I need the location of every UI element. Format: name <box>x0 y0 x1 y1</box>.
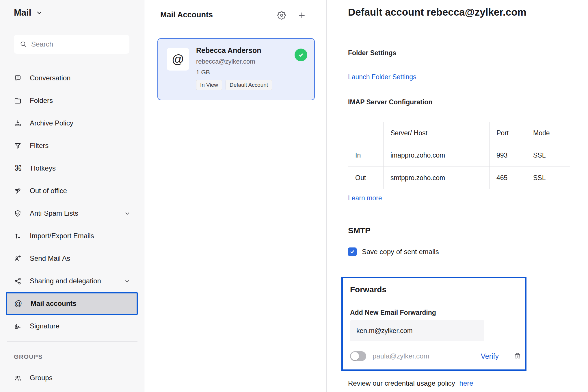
mail-app-title: Mail <box>14 8 31 18</box>
sidebar-item-mail-accounts[interactable]: @ Mail accounts <box>6 292 138 315</box>
sidebar-item-label: Sharing and delegation <box>30 277 101 285</box>
save-copy-row: Save copy of sent emails <box>348 247 439 256</box>
shield-check-icon <box>14 210 22 217</box>
sidebar-item-send-mail-as[interactable]: Send Mail As <box>6 247 138 270</box>
account-avatar: @ <box>167 48 189 71</box>
cell-host: imappro.zoho.com <box>384 144 490 167</box>
arrows-up-down-icon <box>14 232 22 240</box>
folder-settings-heading: Folder Settings <box>348 49 396 57</box>
launch-folder-settings-link[interactable]: Launch Folder Settings <box>348 73 416 81</box>
sidebar-item-archive-policy[interactable]: Archive Policy <box>6 112 138 134</box>
signature-icon <box>14 322 22 330</box>
sidebar-item-folders[interactable]: Folders <box>6 89 138 112</box>
conversation-icon <box>14 74 22 82</box>
account-badges: In View Default Account <box>196 80 272 90</box>
cell-mode: SSL <box>526 144 570 167</box>
sidebar-item-import-export[interactable]: Import/Export Emails <box>6 225 138 247</box>
learn-more-link[interactable]: Learn more <box>348 194 382 202</box>
person-send-icon <box>14 255 22 262</box>
imap-config-heading: IMAP Server Configuration <box>348 98 432 106</box>
command-icon: ⌘ <box>14 164 23 172</box>
account-storage: 1 GB <box>196 69 210 76</box>
mail-app-dropdown[interactable]: Mail <box>14 8 43 18</box>
forwards-section: Forwards Add New Email Forwarding paula@… <box>341 277 526 371</box>
sidebar-item-groups[interactable]: Groups <box>6 367 138 389</box>
table-row: Out smtppro.zoho.com 465 SSL <box>348 167 570 189</box>
folder-icon <box>14 97 22 105</box>
badge-in-view: In View <box>196 80 222 90</box>
sidebar-item-label: Groups <box>30 374 53 382</box>
smtp-heading: SMTP <box>348 226 371 235</box>
trash-icon[interactable] <box>513 352 522 360</box>
search-input[interactable] <box>31 40 124 48</box>
verify-link[interactable]: Verify <box>481 352 499 360</box>
settings-nav: Conversation Folders Archive Policy Filt… <box>0 67 144 389</box>
policy-text: Review our credential usage policy <box>348 379 455 387</box>
sidebar-item-conversation[interactable]: Conversation <box>6 67 138 89</box>
sidebar-item-anti-spam-lists[interactable]: Anti-Spam Lists <box>6 202 138 225</box>
account-name: Rebecca Anderson <box>196 46 261 55</box>
pending-forward-email: paula@zylker.com <box>373 352 429 360</box>
sidebar-item-signature[interactable]: Signature <box>6 315 138 337</box>
cell-port: 993 <box>490 144 526 167</box>
sidebar-divider <box>7 341 137 342</box>
forwarding-email-input[interactable] <box>350 320 484 341</box>
save-copy-label: Save copy of sent emails <box>362 248 439 256</box>
add-forwarding-label: Add New Email Forwarding <box>350 309 436 317</box>
table-header-row: Server/ Host Port Mode <box>348 122 570 144</box>
forwards-heading: Forwards <box>350 285 386 294</box>
at-glyph: @ <box>172 52 184 66</box>
cell-host: smtppro.zoho.com <box>384 167 490 189</box>
sidebar-item-label: Anti-Spam Lists <box>30 209 78 217</box>
cell-direction: In <box>348 144 384 167</box>
sidebar-search[interactable] <box>14 35 129 54</box>
chevron-down-icon[interactable] <box>124 278 130 284</box>
sidebar-item-hotkeys[interactable]: ⌘ Hotkeys <box>6 157 138 180</box>
sidebar-item-filters[interactable]: Filters <box>6 134 138 157</box>
sidebar-item-label: Send Mail As <box>30 254 70 262</box>
header-server-host: Server/ Host <box>384 122 490 144</box>
cell-direction: Out <box>348 167 384 189</box>
sidebar-item-label: Out of office <box>30 187 67 195</box>
share-nodes-icon <box>14 277 22 285</box>
mail-accounts-panel: Mail Accounts @ Rebecca Anderson rebecca… <box>144 0 327 392</box>
sidebar-item-label: Import/Export Emails <box>30 232 94 240</box>
account-card-rebecca[interactable]: @ Rebecca Anderson rebecca@zylker.com 1 … <box>157 38 315 100</box>
credential-policy-text: Review our credential usage policy here <box>348 379 473 387</box>
header-divider <box>160 27 316 27</box>
people-icon <box>14 374 22 382</box>
sidebar-item-label: Folders <box>30 97 53 105</box>
policy-here-link[interactable]: here <box>459 379 473 387</box>
chevron-down-icon <box>36 9 43 16</box>
green-check-icon <box>295 49 307 61</box>
account-detail-panel: Default account rebecca@zylker.com Folde… <box>327 0 588 392</box>
airplane-icon <box>14 187 22 195</box>
gear-icon[interactable] <box>277 11 286 20</box>
sidebar-item-label: Hotkeys <box>31 164 56 172</box>
pending-forward-row: paula@zylker.com Verify <box>350 350 522 362</box>
save-copy-checkbox[interactable] <box>348 247 357 256</box>
at-sign-icon: @ <box>14 300 23 308</box>
sidebar-item-label: Archive Policy <box>30 119 73 127</box>
mail-accounts-title: Mail Accounts <box>160 10 213 19</box>
toggle-knob <box>351 352 359 360</box>
header-port: Port <box>490 122 526 144</box>
imap-config-table: Server/ Host Port Mode In imappro.zoho.c… <box>348 122 570 189</box>
header-empty <box>348 122 384 144</box>
mail-accounts-actions <box>277 11 306 20</box>
sidebar-item-out-of-office[interactable]: Out of office <box>6 180 138 202</box>
badge-default-account: Default Account <box>226 80 272 90</box>
groups-section-header: GROUPS <box>14 353 144 360</box>
sidebar-item-sharing-delegation[interactable]: Sharing and delegation <box>6 270 138 292</box>
forward-toggle[interactable] <box>350 351 366 361</box>
chevron-down-icon[interactable] <box>124 210 130 217</box>
header-mode: Mode <box>526 122 570 144</box>
sidebar-item-label: Conversation <box>30 74 70 82</box>
archive-icon <box>14 119 22 127</box>
settings-sidebar: Mail Conversation Folders Archiv <box>0 0 144 392</box>
filter-icon <box>14 142 22 150</box>
add-account-icon[interactable] <box>297 11 306 20</box>
sidebar-item-label: Mail accounts <box>31 299 77 308</box>
cell-port: 465 <box>490 167 526 189</box>
sidebar-item-label: Filters <box>30 142 49 150</box>
